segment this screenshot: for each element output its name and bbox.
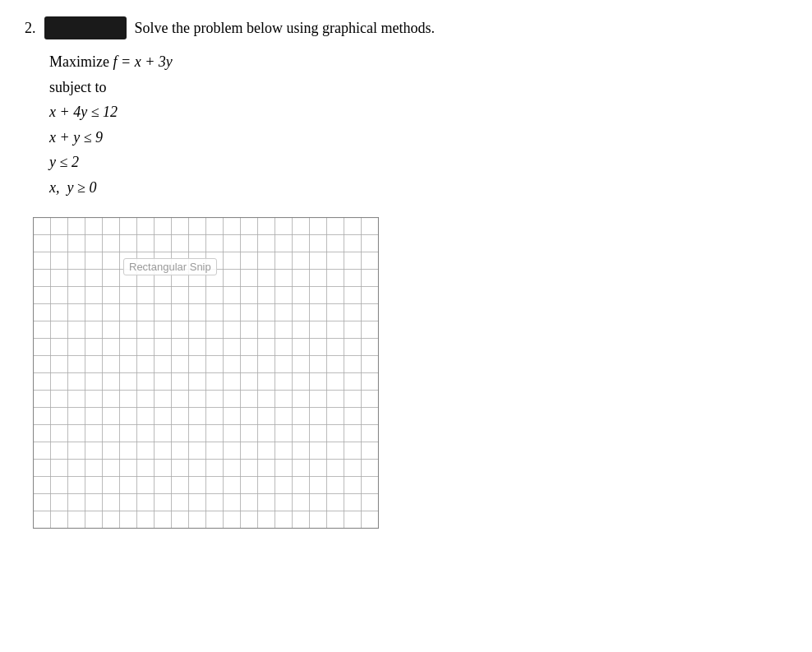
math-content: Maximize f = x + 3y subject to x + 4y ≤ …: [49, 49, 787, 201]
redacted-box: [44, 16, 127, 39]
objective-line: Maximize f = x + 3y: [49, 49, 787, 75]
constraint-1: x + 4y ≤ 12: [49, 99, 787, 125]
problem-container: 2. Solve the problem below using graphic…: [25, 16, 787, 529]
constraint-3: y ≤ 2: [49, 150, 787, 175]
maximize-label: Maximize: [49, 53, 113, 70]
rectangular-snip-label: Rectangular Snip: [123, 258, 217, 275]
constraint-2: x + y ≤ 9: [49, 125, 787, 150]
problem-instruction: Solve the problem below using graphical …: [135, 20, 435, 37]
graph-grid-container: Rectangular Snip: [33, 217, 787, 529]
problem-number: 2.: [25, 20, 36, 37]
constraint-4: x, y ≥ 0: [49, 175, 787, 201]
subject-to-line: subject to: [49, 75, 787, 100]
objective-function: f = x + 3y: [113, 53, 172, 70]
problem-header: 2. Solve the problem below using graphic…: [25, 16, 787, 39]
